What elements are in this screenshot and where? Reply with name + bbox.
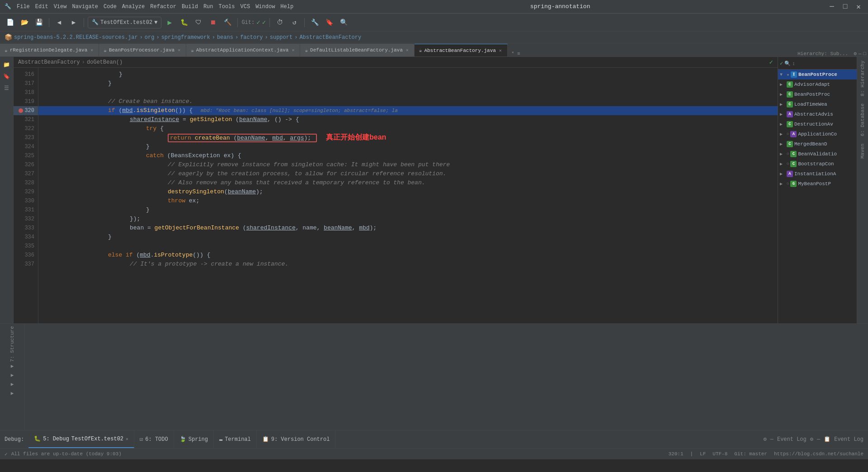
menu-edit[interactable]: Edit <box>35 4 48 10</box>
tab-close-1[interactable]: ✕ <box>177 47 181 53</box>
tree-item-loadtimewea[interactable]: ▶ C LoadTimeWea <box>778 99 857 109</box>
hierarchy-filter-icon[interactable]: 🔍 <box>784 61 791 66</box>
tree-item-beanvalidatio[interactable]: ▶ ○ C BeanValidatio <box>778 149 857 159</box>
search-button[interactable]: 🔍 <box>337 16 350 29</box>
breadcrumb-support[interactable]: support <box>270 34 292 41</box>
code-bc-method[interactable]: doGetBean() <box>87 59 123 65</box>
tab-defaultlistable[interactable]: ☕ DefaultListableBeanFactory.java ✕ <box>300 44 414 56</box>
tree-item-advisoradapt[interactable]: ▶ C AdvisorAdapt <box>778 79 857 89</box>
hierarchy-settings-icon[interactable]: ⚙ <box>854 51 857 56</box>
event-log-minimize-icon[interactable]: — <box>817 436 820 443</box>
timer-button[interactable]: ⏱ <box>274 16 286 29</box>
tab-close-4[interactable]: ✕ <box>498 48 503 53</box>
menu-window[interactable]: Window <box>255 4 275 10</box>
tab-close-0[interactable]: ✕ <box>90 47 94 53</box>
bottom-tab-terminal[interactable]: ▬ Terminal <box>214 430 257 448</box>
breadcrumb-org[interactable]: org <box>145 34 155 41</box>
minimize-button[interactable]: ─ <box>827 2 837 12</box>
tab-abstractappcontext[interactable]: ☕ AbstractApplicationContext.java ✕ <box>186 44 300 56</box>
bottom-tab-todo[interactable]: ☑ 6: TODO <box>134 430 174 448</box>
debug-button[interactable]: 🐛 <box>178 16 190 29</box>
tree-item-beanpostproc[interactable]: ▶ C BeanPostProc <box>778 89 857 99</box>
code-line-326: // Explicitly remove instance from singl… <box>38 160 778 169</box>
file-breadcrumb: 📦 spring-beans-5.2.2.RELEASE-sources.jar… <box>0 32 868 43</box>
run-button[interactable]: ▶ <box>163 16 176 29</box>
git-check2-icon: ✓ <box>262 19 266 26</box>
menu-view[interactable]: View <box>54 4 67 10</box>
tab-icon-0: ☕ <box>5 47 8 53</box>
run-coverage-button[interactable]: 🛡 <box>192 16 205 29</box>
code-bc-class[interactable]: AbstractBeanFactory <box>18 59 80 65</box>
save-button[interactable]: 💾 <box>33 16 45 29</box>
breadcrumb-class[interactable]: AbstractBeanFactory <box>299 34 361 41</box>
menu-file[interactable]: File <box>17 4 30 10</box>
code-329-content: destroySingleton(beanName); <box>168 187 263 196</box>
bottom-tab-spring[interactable]: 🍃 Spring <box>174 430 214 448</box>
tree-item-abstractadvis[interactable]: ▶ A AbstractAdvis <box>778 109 857 119</box>
tree-item-beanpostproce[interactable]: ▼ ★ I BeanPostProce <box>778 70 857 79</box>
hierarchy-expand-icon[interactable]: □ <box>863 51 866 56</box>
tab-close-3[interactable]: ✕ <box>405 47 410 53</box>
tree-item-destructionav[interactable]: ▶ C DestructionAv <box>778 119 857 129</box>
back-button[interactable]: ◀ <box>53 16 66 29</box>
refresh-button[interactable]: ↺ <box>288 16 301 29</box>
tab-close-2[interactable]: ✕ <box>291 47 295 53</box>
tree-item-mergedbeand[interactable]: ▶ C MergedBeanD <box>778 139 857 149</box>
sidebar-bookmark-icon[interactable]: 🔖 <box>1 71 12 82</box>
bp-empty-323 <box>19 136 23 140</box>
hierarchy-close-icon[interactable]: — <box>859 51 862 56</box>
tree-item-mybeanpostp[interactable]: ▶ ○ G MyBeanPostP <box>778 179 857 189</box>
close-button[interactable]: ✕ <box>854 1 863 12</box>
event-log-settings-icon[interactable]: ⚙ <box>810 436 813 443</box>
tab-abstractbeanfactory[interactable]: ☕ AbstractBeanFactory.java ✕ <box>415 44 508 56</box>
tree-item-instantiationa[interactable]: ▶ A InstantiationA <box>778 169 857 179</box>
structure-nav-icon[interactable]: ▶ <box>11 390 14 396</box>
menu-code[interactable]: Code <box>104 4 117 10</box>
debug-close-icon[interactable]: ✕ <box>126 436 128 442</box>
menu-run[interactable]: Run <box>203 4 213 10</box>
breadcrumb-jar[interactable]: spring-beans-5.2.2.RELEASE-sources.jar <box>14 34 138 41</box>
menu-build[interactable]: Build <box>182 4 198 10</box>
hierarchy-sort-icon[interactable]: ↕ <box>792 61 795 66</box>
menu-refactor[interactable]: Refactor <box>150 4 176 10</box>
bookmark-button[interactable]: 🔖 <box>323 16 335 29</box>
breadcrumb-beans[interactable]: beans <box>217 34 233 41</box>
minimize-bottom-icon[interactable]: — <box>770 436 774 443</box>
structure-label[interactable]: 7: Structure <box>9 326 15 362</box>
tree-item-applicationco[interactable]: ▶ ○ A ApplicationCo <box>778 129 857 139</box>
tab-beanpostprocessor[interactable]: ☕ BeanPostProcessor.java ✕ <box>99 44 186 56</box>
settings-bottom-icon[interactable]: ⚙ <box>764 436 767 443</box>
run-config-selector[interactable]: 🔧 TestOfExt.test02 ▼ <box>88 17 161 28</box>
vtab-maven[interactable]: Maven <box>858 140 867 162</box>
breadcrumb-springframework[interactable]: springframework <box>161 34 210 41</box>
code-316-content: } <box>119 70 123 79</box>
build-button[interactable]: 🔨 <box>221 16 234 29</box>
new-file-button[interactable]: 📄 <box>4 16 16 29</box>
structure-collapse-icon[interactable]: ▶ <box>11 372 14 378</box>
bottom-tab-vcs[interactable]: 📋 9: Version Control <box>257 430 336 448</box>
tab-rregistrationdelegate[interactable]: ☕ rRegistrationDelegate.java ✕ <box>0 44 99 56</box>
structure-expand-icon[interactable]: ▶ <box>11 363 14 369</box>
open-button[interactable]: 📂 <box>18 16 31 29</box>
forward-button[interactable]: ▶ <box>67 16 80 29</box>
menu-navigate[interactable]: Navigate <box>72 4 98 10</box>
todo-tab-icon: ☑ <box>140 436 143 443</box>
sidebar-project-icon[interactable]: 📁 <box>1 59 12 70</box>
bottom-tab-debug[interactable]: 🐛 5: Debug TestOfExt.test02 ✕ <box>28 430 134 448</box>
sidebar-structure-icon[interactable]: ☰ <box>1 83 12 93</box>
breadcrumb-sep-3: › <box>212 34 215 41</box>
vtab-database[interactable]: 6: Database <box>858 100 867 140</box>
vtab-hierarchy[interactable]: 8: Hierarchy <box>858 57 867 100</box>
settings-button[interactable]: 🔧 <box>308 16 321 29</box>
code-editor[interactable]: 316 317 318 319 320 <box>14 68 778 323</box>
menu-vcs[interactable]: VCS <box>241 4 250 10</box>
breadcrumb-factory[interactable]: factory <box>240 34 263 41</box>
more-tabs-indicator[interactable]: ⁴ ≡ <box>508 51 524 56</box>
menu-help[interactable]: Help <box>280 4 293 10</box>
structure-more-icon[interactable]: ▶ <box>11 381 14 387</box>
menu-tools[interactable]: Tools <box>219 4 235 10</box>
menu-analyze[interactable]: Analyze <box>122 4 145 10</box>
stop-button[interactable]: ⏹ <box>207 16 219 29</box>
tree-item-bootstrapcon[interactable]: ▶ ○ C BootstrapCon <box>778 159 857 169</box>
maximize-button[interactable]: □ <box>840 2 850 12</box>
